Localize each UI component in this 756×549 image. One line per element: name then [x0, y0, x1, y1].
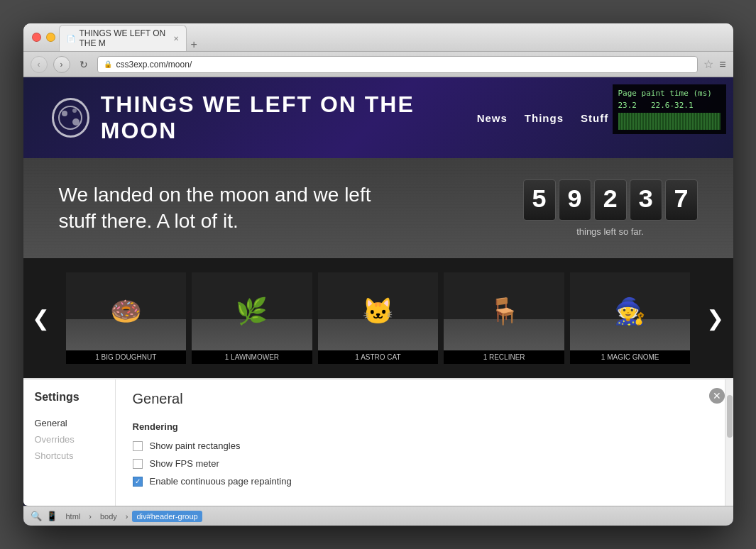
settings-nav-shortcuts[interactable]: Shortcuts [35, 448, 104, 464]
lock-icon: 🔒 [104, 60, 112, 68]
svg-point-3 [72, 118, 80, 126]
paint-time-values: 23.2 22.6-32.1 [618, 101, 721, 110]
carousel-item-0[interactable]: 🍩 1 BIG DOUGHNUT [66, 272, 187, 364]
carousel-item-3[interactable]: 🪑 1 RECLINER [444, 272, 564, 364]
settings-close-button[interactable]: ✕ [709, 388, 725, 404]
item-image-1: 🌿 [192, 272, 312, 350]
carousel-item-2[interactable]: 🐱 1 ASTRO CAT [318, 272, 439, 364]
item-emoji-4: 🧙 [614, 296, 646, 326]
menu-button[interactable]: ≡ [719, 58, 725, 71]
svg-point-0 [59, 106, 82, 129]
option-fps-meter: Show FPS meter [133, 458, 708, 469]
paint-time-value1: 23.2 [618, 101, 637, 110]
browser-window: 📄 THINGS WE LEFT ON THE M ✕ + ‹ › ↻ 🔒 cs… [23, 23, 733, 526]
url-text: css3exp.com/moon/ [116, 60, 192, 70]
item-label-3: 1 RECLINER [444, 350, 564, 364]
item-label-1: 1 LAWNMOWER [192, 350, 312, 364]
new-tab-button[interactable]: + [187, 38, 202, 51]
site-header: THINGS WE LEFT ON THE MOON News Things S… [23, 77, 733, 158]
tag-body[interactable]: body [96, 511, 121, 522]
settings-sidebar: Settings General Overrides Shortcuts [23, 379, 116, 506]
settings-main: General Rendering Show paint rectangles … [116, 379, 725, 506]
digit-3: 3 [630, 179, 662, 221]
tag-html[interactable]: html [62, 511, 85, 522]
carousel-items: 🍩 1 BIG DOUGHNUT 🌿 1 LAWNMOWER 🐱 [59, 272, 698, 364]
paint-time-bar [618, 113, 721, 130]
digit-0: 5 [523, 179, 556, 221]
item-label-4: 1 MAGIC GNOME [570, 350, 691, 364]
devtools-breadcrumb: html › body › div#header-group [62, 511, 202, 522]
carousel-section: ❮ 🍩 1 BIG DOUGHNUT 🌿 1 LAWNMOWER [23, 258, 733, 378]
tab-close-button[interactable]: ✕ [173, 35, 179, 43]
carousel-right-arrow[interactable]: ❯ [698, 276, 733, 361]
item-image-2: 🐱 [318, 272, 439, 350]
tag-separator-1: › [89, 512, 92, 521]
item-image-4: 🧙 [570, 272, 691, 350]
hero-section: We landed on the moon and we leftstuff t… [23, 158, 733, 258]
paint-time-overlay: Page paint time (ms) 23.2 22.6-32.1 [613, 84, 726, 134]
item-emoji-2: 🐱 [362, 296, 394, 326]
settings-nav-overrides[interactable]: Overrides [35, 431, 104, 448]
tag-separator-2: › [126, 512, 128, 521]
paint-time-label: Page paint time (ms) [618, 89, 721, 98]
item-emoji-3: 🪑 [488, 296, 520, 326]
option-continuous-repainting: ✓ Enable continuous page repainting [133, 476, 708, 487]
option-continuous-repainting-label: Enable continuous page repainting [150, 476, 292, 487]
item-label-2: 1 ASTRO CAT [318, 350, 439, 364]
site-logo: THINGS WE LEFT ON THE MOON [52, 92, 477, 144]
mobile-icon[interactable]: 📱 [46, 511, 57, 521]
carousel-item-4[interactable]: 🧙 1 MAGIC GNOME [570, 272, 691, 364]
digit-2: 2 [594, 179, 627, 221]
nav-news[interactable]: News [477, 112, 508, 124]
website-content: THINGS WE LEFT ON THE MOON News Things S… [23, 77, 733, 526]
digit-4: 7 [665, 179, 698, 221]
settings-panel: ✕ Settings General Overrides Shortcuts G… [23, 378, 733, 506]
svg-point-2 [72, 109, 77, 113]
carousel-item-1[interactable]: 🌿 1 LAWNMOWER [192, 272, 312, 364]
tab-favicon: 📄 [67, 35, 75, 43]
browser-tab[interactable]: 📄 THINGS WE LEFT ON THE M ✕ [59, 25, 187, 51]
counter-label: things left so far. [576, 226, 644, 237]
minimize-button[interactable] [46, 33, 55, 42]
settings-title: Settings [35, 391, 104, 404]
option-paint-rectangles-label: Show paint rectangles [150, 440, 241, 451]
item-image-0: 🍩 [66, 272, 187, 350]
tab-bar: 📄 THINGS WE LEFT ON THE M ✕ + [59, 23, 202, 51]
item-image-3: 🪑 [444, 272, 564, 350]
checkbox-paint-rectangles[interactable] [133, 441, 143, 451]
settings-main-title: General [133, 391, 708, 407]
forward-button[interactable]: › [53, 56, 70, 73]
address-bar: ‹ › ↻ 🔒 css3exp.com/moon/ ☆ ≡ [23, 52, 733, 77]
carousel-left-arrow[interactable]: ❮ [23, 276, 59, 361]
forward-icon: › [60, 60, 63, 70]
nav-things[interactable]: Things [525, 112, 564, 124]
digit-1: 9 [559, 179, 591, 221]
bookmark-button[interactable]: ☆ [703, 57, 713, 71]
scrollbar[interactable] [725, 379, 733, 506]
tag-active[interactable]: div#header-group [132, 511, 202, 522]
checkbox-fps-meter[interactable] [133, 459, 143, 469]
scrollbar-thumb[interactable] [727, 395, 733, 438]
nav-stuff[interactable]: Stuff [581, 112, 608, 124]
hero-headline: We landed on the moon and we leftstuff t… [59, 182, 371, 234]
logo-svg [56, 104, 84, 132]
url-bar[interactable]: 🔒 css3exp.com/moon/ [97, 56, 699, 73]
settings-nav-general[interactable]: General [35, 415, 104, 431]
option-paint-rectangles: Show paint rectangles [133, 440, 708, 451]
reload-icon: ↻ [80, 59, 88, 70]
option-fps-meter-label: Show FPS meter [150, 458, 219, 469]
back-button[interactable]: ‹ [31, 56, 48, 73]
item-emoji-0: 🍩 [110, 296, 142, 326]
inspect-icon[interactable]: 🔍 [31, 511, 42, 521]
site-title: THINGS WE LEFT ON THE MOON [101, 92, 477, 144]
counter-section: 5 9 2 3 7 things left so far. [523, 179, 698, 237]
title-bar: 📄 THINGS WE LEFT ON THE M ✕ + [23, 23, 733, 52]
reload-button[interactable]: ↻ [76, 57, 92, 72]
checkbox-continuous-repainting[interactable]: ✓ [133, 477, 143, 487]
back-icon: ‹ [38, 60, 40, 70]
close-button[interactable] [32, 33, 41, 42]
item-label-0: 1 BIG DOUGHNUT [66, 350, 187, 364]
item-emoji-1: 🌿 [236, 296, 268, 326]
svg-point-1 [62, 111, 67, 116]
counter-digits: 5 9 2 3 7 [523, 179, 698, 221]
